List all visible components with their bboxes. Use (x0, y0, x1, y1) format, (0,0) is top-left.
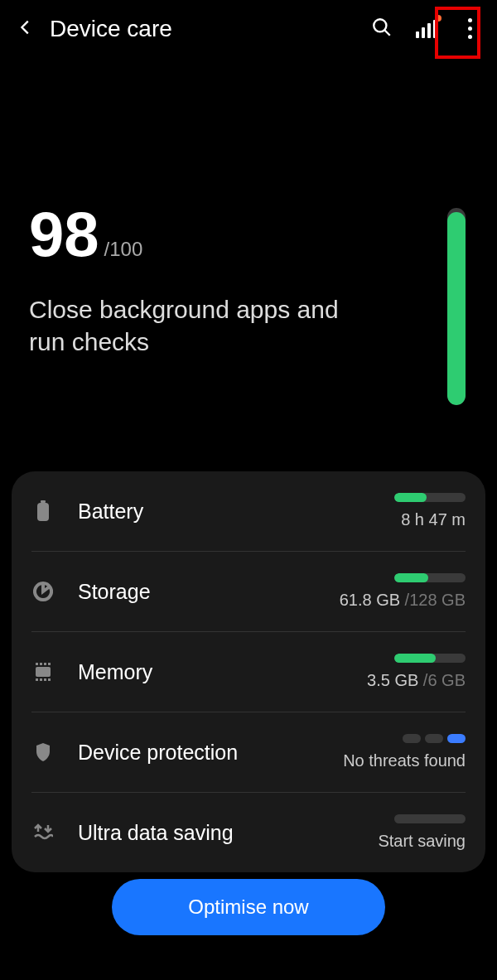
signal-icon[interactable] (416, 20, 437, 38)
back-icon[interactable] (17, 17, 35, 41)
memory-row[interactable]: Memory 3.5 GB /6 GB (31, 632, 466, 712)
score-message: Close background apps and run checks (29, 293, 360, 358)
storage-row[interactable]: Storage 61.8 GB /128 GB (31, 552, 466, 632)
battery-bar (394, 493, 466, 502)
memory-icon (31, 663, 55, 681)
memory-label: Memory (78, 660, 310, 684)
shield-icon (31, 742, 55, 762)
optimise-now-button[interactable]: Optimise now (112, 879, 385, 935)
storage-label: Storage (78, 580, 310, 604)
header-actions (371, 15, 480, 42)
svg-rect-1 (41, 500, 46, 503)
protection-label: Device protection (78, 741, 310, 765)
storage-bar (394, 573, 466, 582)
svg-point-0 (374, 19, 386, 31)
device-protection-row[interactable]: Device protection No threats found (31, 712, 466, 793)
storage-icon (31, 582, 55, 601)
ultradata-bar (394, 814, 466, 823)
score-value: 98 (29, 199, 99, 269)
protection-indicator (333, 734, 466, 743)
svg-rect-2 (37, 503, 49, 521)
ultra-data-saving-row[interactable]: Ultra data saving Start saving (31, 793, 466, 872)
battery-value: 8 h 47 m (333, 510, 466, 529)
search-icon[interactable] (371, 17, 393, 41)
memory-value: 3.5 GB /6 GB (333, 671, 466, 690)
ultradata-label: Ultra data saving (78, 821, 310, 845)
score-bar (447, 208, 466, 405)
page-title: Device care (50, 16, 356, 42)
ultradata-status: Start saving (333, 832, 466, 851)
data-saving-icon (31, 823, 55, 842)
device-score-section: 98/100 Close background apps and run che… (0, 57, 497, 405)
protection-status: No threats found (333, 751, 466, 770)
battery-label: Battery (78, 500, 310, 524)
app-header: Device care (0, 0, 497, 57)
score-max: /100 (104, 238, 143, 260)
more-options-icon[interactable] (460, 15, 480, 42)
score-bar-fill (447, 212, 466, 405)
battery-row[interactable]: Battery 8 h 47 m (31, 471, 466, 552)
memory-bar (394, 654, 466, 663)
storage-value: 61.8 GB /128 GB (333, 591, 466, 610)
battery-icon (31, 500, 55, 522)
status-card: Battery 8 h 47 m Storage 61.8 GB /128 GB… (12, 471, 485, 872)
notification-dot (435, 15, 442, 22)
